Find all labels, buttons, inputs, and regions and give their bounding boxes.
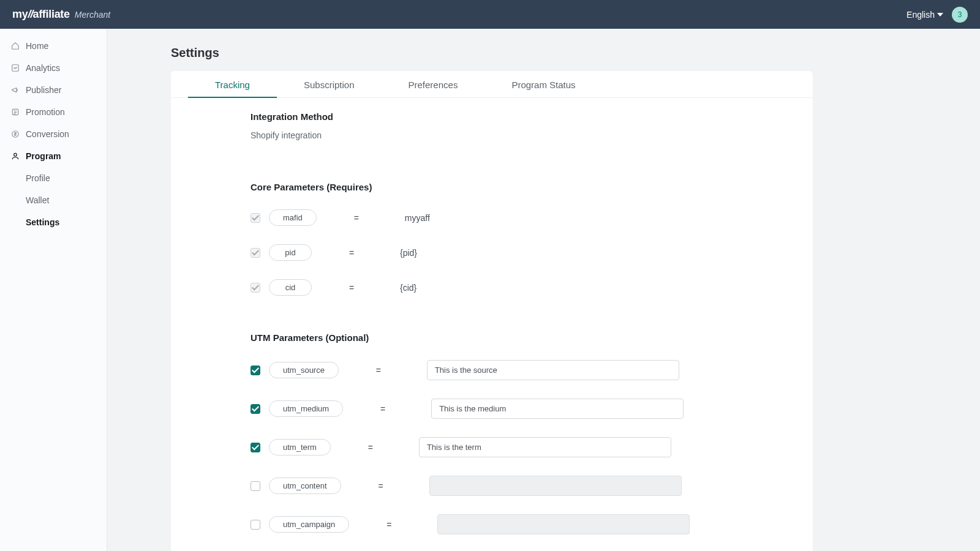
utm-content-input (429, 476, 682, 496)
sidebar: Home Analytics Publisher Promotion Conve… (0, 29, 107, 551)
utm-campaign-input (437, 514, 690, 534)
header-right: English 3 (907, 7, 968, 23)
utm-source-input[interactable] (427, 360, 679, 380)
sidebar-item-publisher[interactable]: Publisher (0, 79, 107, 101)
tab-preferences[interactable]: Preferences (382, 71, 485, 97)
core-params-heading: Core Parameters (Requires) (251, 182, 733, 192)
equals-sign: = (328, 283, 375, 293)
equals-sign: = (333, 213, 380, 223)
language-selector[interactable]: English (907, 10, 943, 20)
integration-value: Shopify integration (251, 130, 733, 140)
param-name-pill: mafid (269, 209, 317, 226)
utm-param-row: utm_campaign = (251, 514, 733, 534)
param-value: {pid} (400, 248, 417, 258)
param-name-pill: cid (269, 279, 312, 296)
brand-main: my//affiliate (12, 8, 70, 21)
core-param-row: cid = {cid} (251, 279, 733, 296)
equals-sign: = (357, 481, 405, 491)
svg-point-3 (14, 153, 17, 156)
tab-content: Integration Method Shopify integration C… (171, 98, 813, 551)
checkbox-locked (251, 283, 260, 293)
sidebar-item-label: Program (26, 151, 61, 161)
equals-sign: = (355, 365, 402, 375)
language-label: English (907, 10, 935, 20)
home-icon (11, 42, 20, 50)
equals-sign: = (347, 443, 394, 452)
sidebar-item-conversion[interactable]: Conversion (0, 123, 107, 145)
param-name-pill: utm_medium (269, 400, 343, 417)
equals-sign: = (359, 404, 407, 414)
sidebar-sub-settings[interactable]: Settings (0, 211, 107, 233)
megaphone-icon (11, 86, 20, 94)
page-title: Settings (171, 46, 980, 60)
brand-sub: Merchant (75, 10, 110, 20)
checkbox-utm-term[interactable] (251, 443, 260, 452)
checkbox-utm-medium[interactable] (251, 404, 260, 414)
sidebar-item-program[interactable]: Program (0, 145, 107, 167)
settings-card: Tracking Subscription Preferences Progra… (171, 71, 813, 551)
sidebar-item-label: Conversion (26, 129, 69, 139)
utm-param-row: utm_term = (251, 437, 733, 457)
equals-sign: = (328, 248, 375, 258)
param-name-pill: utm_term (269, 439, 331, 455)
chevron-down-icon (937, 13, 943, 17)
tab-bar: Tracking Subscription Preferences Progra… (171, 71, 813, 98)
core-param-row: pid = {pid} (251, 244, 733, 261)
list-icon (11, 108, 20, 116)
sidebar-item-analytics[interactable]: Analytics (0, 57, 107, 79)
checkbox-utm-source[interactable] (251, 365, 260, 375)
user-icon (11, 152, 20, 160)
tab-tracking[interactable]: Tracking (188, 71, 277, 97)
param-name-pill: utm_campaign (269, 516, 349, 533)
utm-medium-input[interactable] (431, 399, 684, 419)
core-param-row: mafid = myyaff (251, 209, 733, 226)
param-value: {cid} (400, 283, 417, 293)
param-value: myyaff (405, 213, 430, 223)
utm-term-input[interactable] (419, 437, 671, 457)
checkbox-utm-campaign[interactable] (251, 520, 260, 530)
sidebar-item-label: Analytics (26, 63, 60, 73)
checkbox-locked (251, 213, 260, 223)
integration-heading: Integration Method (251, 111, 733, 122)
utm-param-row: utm_source = (251, 360, 733, 380)
sidebar-item-label: Promotion (26, 107, 65, 117)
param-name-pill: utm_content (269, 478, 341, 494)
main-content: Settings Tracking Subscription Preferenc… (107, 29, 980, 551)
tab-program-status[interactable]: Program Status (484, 71, 602, 97)
sidebar-sub-wallet[interactable]: Wallet (0, 189, 107, 211)
utm-param-row: utm_content = (251, 476, 733, 496)
avatar[interactable]: 3 (952, 7, 968, 23)
sidebar-item-label: Home (26, 41, 48, 51)
param-name-pill: pid (269, 244, 312, 261)
sidebar-item-label: Publisher (26, 85, 61, 95)
app-header: my//affiliate Merchant English 3 (0, 0, 980, 29)
sidebar-item-home[interactable]: Home (0, 35, 107, 57)
utm-params-heading: UTM Parameters (Optional) (251, 332, 733, 343)
equals-sign: = (365, 520, 413, 530)
brand-logo[interactable]: my//affiliate Merchant (12, 8, 110, 21)
tab-subscription[interactable]: Subscription (277, 71, 382, 97)
param-name-pill: utm_source (269, 362, 339, 378)
chart-icon (11, 64, 20, 72)
utm-param-row: utm_medium = (251, 399, 733, 419)
sidebar-item-promotion[interactable]: Promotion (0, 101, 107, 123)
sidebar-sub-profile[interactable]: Profile (0, 167, 107, 189)
checkbox-utm-content[interactable] (251, 481, 260, 491)
dollar-icon (11, 130, 20, 138)
checkbox-locked (251, 248, 260, 258)
